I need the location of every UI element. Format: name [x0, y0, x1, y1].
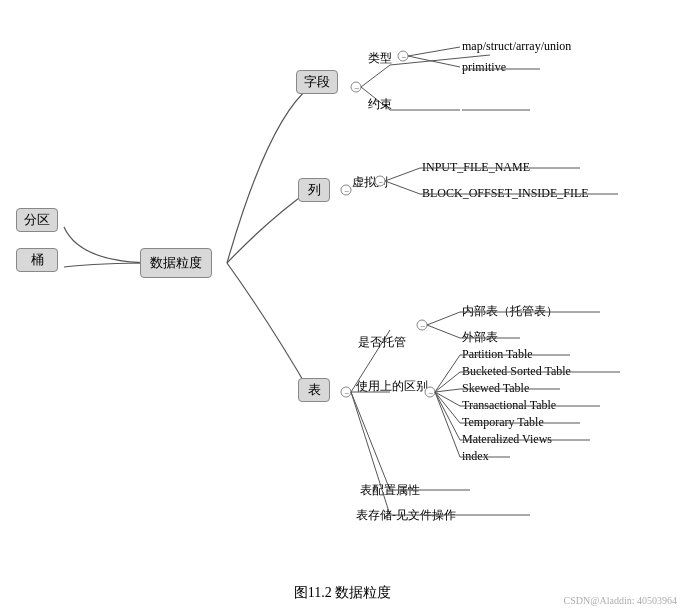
svg-text:index: index	[462, 449, 489, 463]
diagram-container: − 类型 − map/struct/array/union primitive …	[0, 0, 685, 570]
svg-line-61	[435, 392, 460, 457]
partition-label: 分区	[24, 211, 50, 229]
svg-text:约束: 约束	[368, 97, 392, 111]
svg-text:−: −	[428, 388, 433, 398]
bucket-label: 桶	[31, 251, 44, 269]
center-node-label: 数据粒度	[150, 254, 202, 272]
svg-line-9	[408, 56, 460, 67]
svg-line-64	[351, 392, 390, 490]
svg-text:外部表: 外部表	[462, 330, 498, 344]
svg-text:−: −	[354, 83, 359, 93]
svg-text:使用上的区别: 使用上的区别	[356, 379, 428, 393]
partition-node: 分区	[16, 208, 58, 232]
svg-text:INPUT_FILE_NAME: INPUT_FILE_NAME	[422, 160, 530, 174]
svg-text:是否托管: 是否托管	[358, 335, 406, 349]
column-node: 列	[298, 178, 330, 202]
field-node: 字段	[296, 70, 338, 94]
svg-text:−: −	[378, 177, 383, 187]
svg-text:Materalized Views: Materalized Views	[462, 432, 552, 446]
watermark: CSDN@Aladdin: 40503964	[564, 595, 677, 606]
svg-text:Transactional Table: Transactional Table	[462, 398, 556, 412]
field-label: 字段	[304, 73, 330, 91]
svg-text:−: −	[401, 52, 406, 62]
table-node: 表	[298, 378, 330, 402]
svg-text:−: −	[420, 321, 425, 331]
svg-text:−: −	[344, 186, 349, 196]
svg-line-7	[408, 47, 460, 56]
svg-text:primitive: primitive	[462, 60, 506, 74]
svg-line-43	[435, 355, 460, 392]
svg-text:类型: 类型	[368, 51, 392, 65]
svg-line-21	[385, 168, 420, 181]
svg-line-36	[427, 325, 460, 338]
svg-text:Temporary Table: Temporary Table	[462, 415, 544, 429]
bucket-node: 桶	[16, 248, 58, 272]
svg-line-33	[427, 312, 460, 325]
svg-text:Skewed Table: Skewed Table	[462, 381, 529, 395]
column-label: 列	[308, 181, 321, 199]
svg-line-55	[435, 392, 460, 423]
table-label: 表	[308, 381, 321, 399]
svg-text:Partition Table: Partition Table	[462, 347, 533, 361]
svg-text:−: −	[344, 388, 349, 398]
svg-text:BLOCK_OFFSET_INSIDE_FILE: BLOCK_OFFSET_INSIDE_FILE	[422, 186, 589, 200]
mind-map-svg: − 类型 − map/struct/array/union primitive …	[0, 0, 685, 570]
svg-text:map/struct/array/union: map/struct/array/union	[462, 39, 571, 53]
svg-text:Bucketed Sorted Table: Bucketed Sorted Table	[462, 364, 571, 378]
figure-label: 图11.2 数据粒度	[294, 585, 391, 600]
svg-text:内部表（托管表）: 内部表（托管表）	[462, 304, 558, 318]
center-node: 数据粒度	[140, 248, 212, 278]
svg-line-2	[361, 65, 390, 87]
svg-line-24	[385, 181, 420, 194]
